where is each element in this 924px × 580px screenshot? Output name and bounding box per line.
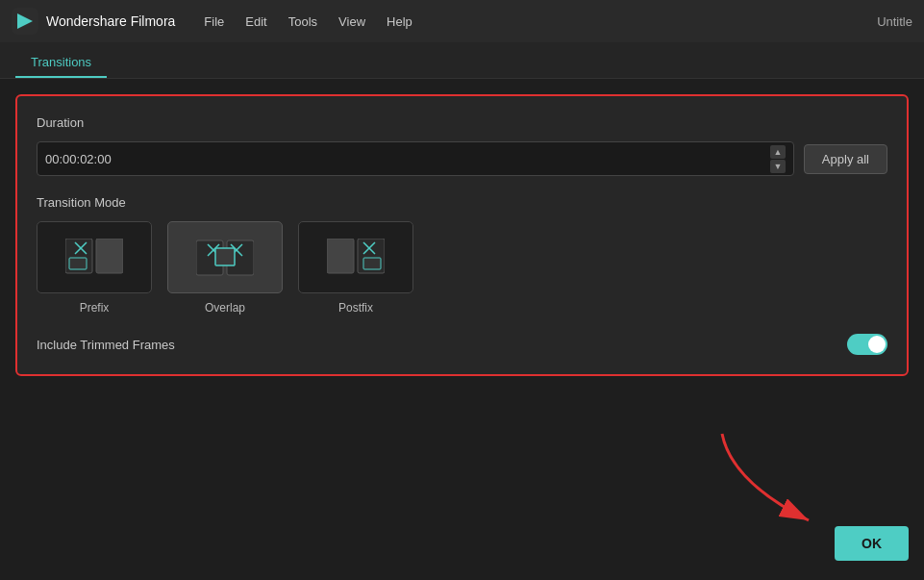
trimmed-frames-row: Include Trimmed Frames [37,334,887,355]
mode-option-prefix[interactable]: Prefix [37,221,152,315]
svg-rect-3 [96,239,123,273]
svg-rect-6 [69,258,87,269]
spinner-up-button[interactable]: ▲ [770,145,786,159]
trimmed-frames-toggle[interactable] [847,334,887,355]
transition-mode-section: Transition Mode Prefix [37,195,887,315]
menu-view[interactable]: View [338,14,365,29]
duration-input-wrapper: 00:00:02:00 ▲ ▼ [37,141,794,176]
ok-button[interactable]: OK [835,526,909,561]
duration-value: 00:00:02:00 [45,152,112,166]
mode-icon-box-overlap [167,221,283,293]
trimmed-frames-label: Include Trimmed Frames [37,338,175,352]
red-arrow [703,424,837,540]
overlap-label: Overlap [205,301,245,315]
app-name: Wondershare Filmora [46,13,175,29]
prefix-icon [65,239,123,277]
main-content: Duration 00:00:02:00 ▲ ▼ Apply all Trans… [0,79,924,391]
spinner-down-button[interactable]: ▼ [770,160,786,173]
menu-bar: Wondershare Filmora File Edit Tools View… [0,0,924,42]
window-title: Untitle [877,14,912,29]
duration-label: Duration [37,115,887,130]
postfix-icon [327,239,385,277]
duration-row: 00:00:02:00 ▲ ▼ Apply all [37,141,887,176]
toggle-knob [868,336,886,353]
mode-option-postfix[interactable]: Postfix [298,221,413,315]
settings-panel: Duration 00:00:02:00 ▲ ▼ Apply all Trans… [15,94,909,376]
app-logo-icon [12,8,38,35]
transition-mode-label: Transition Mode [37,195,887,210]
mode-options: Prefix Ov [37,221,887,315]
mode-icon-box-postfix [298,221,413,293]
spinner-buttons: ▲ ▼ [770,145,786,173]
postfix-label: Postfix [338,301,373,315]
tab-transitions[interactable]: Transitions [15,48,107,78]
mode-option-overlap[interactable]: Overlap [167,221,283,315]
prefix-label: Prefix [80,301,110,315]
mode-icon-box-prefix [37,221,152,293]
tabs-bar: Transitions [0,42,924,79]
menu-help[interactable]: Help [387,14,412,29]
svg-rect-18 [363,258,381,269]
svg-rect-14 [327,239,354,273]
app-logo: Wondershare Filmora [12,8,175,35]
menu-tools[interactable]: Tools [288,14,317,29]
menu-file[interactable]: File [204,14,224,29]
apply-all-button[interactable]: Apply all [804,144,887,174]
menu-edit[interactable]: Edit [245,14,266,29]
menu-items: File Edit Tools View Help [204,14,412,29]
overlap-icon [196,239,254,277]
svg-rect-13 [215,248,235,265]
